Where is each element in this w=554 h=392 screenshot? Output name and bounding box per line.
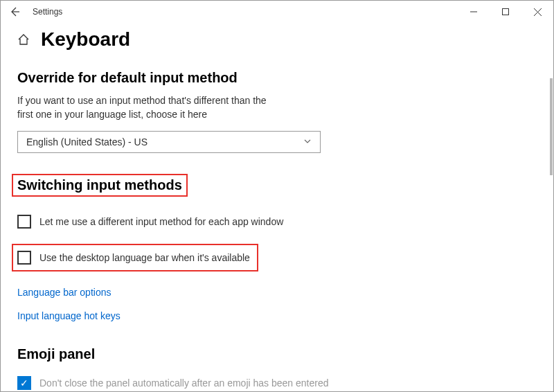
checkbox-desktop-language-bar[interactable]: Use the desktop language bar when it's a…	[12, 244, 258, 271]
override-section-desc: If you want to use an input method that'…	[17, 94, 280, 121]
maximize-button[interactable]	[490, 1, 521, 23]
svg-rect-2	[503, 9, 509, 15]
chevron-down-icon	[303, 136, 312, 148]
checkbox-label: Let me use a different input method for …	[39, 216, 283, 227]
content-area: Keyboard Override for default input meth…	[1, 23, 553, 392]
close-button[interactable]	[521, 1, 553, 23]
link-language-bar-options[interactable]: Language bar options	[17, 287, 537, 298]
back-button[interactable]	[9, 6, 20, 17]
checkbox-label: Use the desktop language bar when it's a…	[39, 252, 250, 263]
checkbox-label: Don't close the panel automatically afte…	[39, 377, 328, 389]
minimize-button[interactable]	[458, 1, 490, 23]
titlebar: Settings	[1, 1, 553, 23]
scrollbar[interactable]	[549, 78, 553, 286]
home-icon[interactable]	[17, 33, 30, 46]
switching-section-title: Switching input methods	[17, 177, 182, 193]
window-title: Settings	[33, 7, 62, 17]
checkbox-icon	[17, 251, 31, 265]
checkbox-icon: ✓	[17, 376, 31, 390]
window-controls	[458, 1, 553, 23]
override-section-title: Override for default input method	[17, 70, 238, 86]
dropdown-selected-value: English (United States) - US	[26, 136, 148, 148]
emoji-section-title: Emoji panel	[17, 346, 95, 362]
checkbox-icon	[17, 215, 31, 229]
link-input-language-hotkeys[interactable]: Input language hot keys	[17, 310, 537, 321]
input-method-dropdown[interactable]: English (United States) - US	[17, 131, 321, 153]
scrollbar-thumb[interactable]	[550, 78, 553, 175]
checkbox-per-app-window[interactable]: Let me use a different input method for …	[17, 215, 537, 229]
page-title: Keyboard	[41, 28, 130, 51]
checkbox-emoji-auto-close[interactable]: ✓ Don't close the panel automatically af…	[17, 376, 537, 390]
page-header: Keyboard	[17, 28, 537, 51]
